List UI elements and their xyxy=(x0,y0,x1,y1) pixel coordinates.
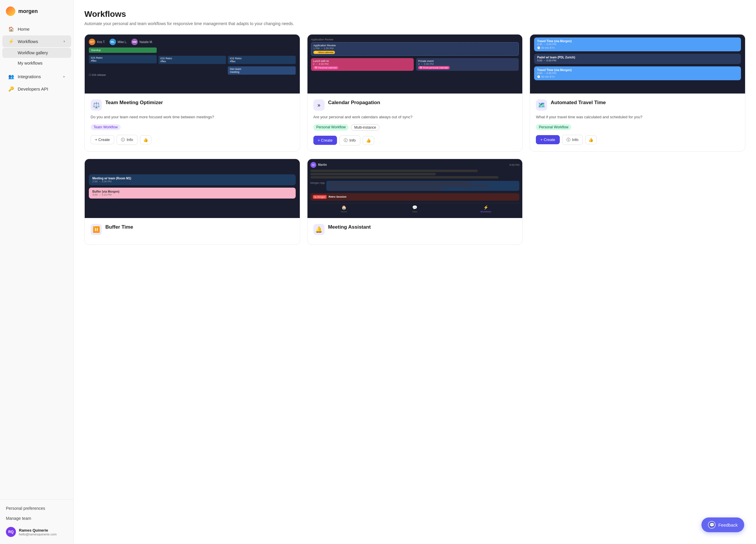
sidebar: morgen 🏠 Home ⚡ Workflows ▾ Workflow gal… xyxy=(0,0,74,544)
assist-nav-workflows[interactable]: ⚡ Workflows xyxy=(452,205,519,213)
assist-nav-home[interactable]: 🏠 Home xyxy=(310,205,378,213)
card-actions-travel: + Create ⓘ Info 👍 xyxy=(536,135,739,145)
card-icon-calendar: » xyxy=(313,99,325,111)
card-preview-assistant: M Martin 6:00 PM Morgen App by Morge xyxy=(307,159,523,218)
sidebar-item-integrations-label: Integrations xyxy=(18,74,41,79)
workflow-gallery-label: Workflow gallery xyxy=(18,50,48,55)
card-title-travel: Automated Travel Time xyxy=(551,99,606,106)
avatar: RQ xyxy=(6,527,16,537)
info-icon-travel: ⓘ xyxy=(567,137,570,142)
card-tags-calendar: Personal Workflow Multi-instance xyxy=(313,124,517,131)
card-preview-calendar: Application Review Application Review 1 … xyxy=(307,35,523,94)
card-body-assistant: 🔔 Meeting Assistant xyxy=(307,218,523,245)
cards-grid: KT Kris T. ML Mike L. NM Natalie M. Stan… xyxy=(84,34,745,245)
sidebar-bottom: Personal preferences Manage team RQ Rame… xyxy=(0,499,73,544)
card-desc-travel: What if your travel time was calculated … xyxy=(536,114,739,120)
info-icon: ⓘ xyxy=(121,137,125,142)
card-preview-travel: Travel Time (via Morgen) 4:30 → 5:00 PM … xyxy=(530,35,745,94)
feedback-label: Feedback xyxy=(718,522,738,527)
user-info: Rames Quinerie hello@ramesquinerie.com xyxy=(19,528,57,536)
card-actions-calendar: + Create ⓘ Info 👍 xyxy=(313,135,517,145)
card-icon-travel: 🗺️ xyxy=(536,99,547,111)
buffer-meeting-event: Meeting w/ team (Room M1) 2:00 → 3:00 PM xyxy=(89,174,296,185)
info-calendar-button[interactable]: ⓘ Info xyxy=(339,135,360,145)
my-workflows-label: My workflows xyxy=(18,61,42,65)
card-automated-travel: Travel Time (via Morgen) 4:30 → 5:00 PM … xyxy=(530,34,745,152)
card-tags-travel: Personal Workflow xyxy=(536,124,739,130)
card-body-travel: 🗺️ Automated Travel Time What if your tr… xyxy=(530,94,745,151)
feedback-bubble-icon: 💬 xyxy=(708,521,716,529)
card-icon-team-meeting: ⚖️ xyxy=(91,99,102,111)
create-calendar-button[interactable]: + Create xyxy=(313,136,337,145)
info-travel-button[interactable]: ⓘ Info xyxy=(562,135,583,145)
sidebar-item-workflow-gallery[interactable]: Workflow gallery xyxy=(2,48,71,58)
tag-personal-workflow-travel: Personal Workflow xyxy=(536,124,571,130)
card-preview-team-meeting: KT Kris T. ML Mike L. NM Natalie M. Stan… xyxy=(85,35,300,94)
sidebar-item-home-label: Home xyxy=(18,27,30,32)
user-email: hello@ramesquinerie.com xyxy=(19,532,57,536)
card-body-buffer: ⏸️ Buffer Time xyxy=(85,218,300,245)
info-icon-calendar: ⓘ xyxy=(344,138,348,143)
assist-retro-event: by Morgen Retro Session xyxy=(310,193,520,201)
buffer-buffer-event: Buffer (via Morgen) 3:00 → 3:15 PM xyxy=(89,188,296,199)
sidebar-item-workflows[interactable]: ⚡ Workflows ▾ xyxy=(2,35,71,47)
sidebar-item-home[interactable]: 🏠 Home xyxy=(2,23,71,35)
user-profile[interactable]: RQ Rames Quinerie hello@ramesquinerie.co… xyxy=(0,523,73,540)
tag-personal-workflow-calendar: Personal Workflow xyxy=(313,124,349,131)
feedback-team-meeting-button[interactable]: 👍 xyxy=(140,135,151,144)
create-team-meeting-button[interactable]: + Create xyxy=(91,135,114,144)
card-tags-team-meeting: Team Workflow xyxy=(91,124,294,130)
workflows-icon: ⚡ xyxy=(8,38,14,44)
card-icon-assistant: 🔔 xyxy=(313,224,325,235)
logo-icon xyxy=(6,6,15,16)
feedback-travel-button[interactable]: 👍 xyxy=(585,135,597,144)
card-preview-buffer: Meeting w/ team (Room M1) 2:00 → 3:00 PM… xyxy=(85,159,300,218)
integrations-icon: 👥 xyxy=(8,73,14,79)
card-title-buffer: Buffer Time xyxy=(105,224,133,230)
feedback-calendar-button[interactable]: 👍 xyxy=(363,136,374,145)
card-team-meeting-optimizer: KT Kris T. ML Mike L. NM Natalie M. Stan… xyxy=(84,34,300,152)
card-title-assistant: Meeting Assistant xyxy=(328,224,371,230)
sidebar-item-integrations[interactable]: 👥 Integrations ▸ xyxy=(2,71,71,82)
developers-api-icon: 🔑 xyxy=(8,86,14,92)
sidebar-nav: 🏠 Home ⚡ Workflows ▾ Workflow gallery My… xyxy=(0,21,73,499)
assist-avatar: M xyxy=(310,162,316,168)
workflows-arrow: ▾ xyxy=(63,40,65,43)
tag-multi-instance: Multi-instance xyxy=(351,124,379,131)
card-desc-calendar: Are your personal and work calendars alw… xyxy=(313,114,517,120)
info-team-meeting-button[interactable]: ⓘ Info xyxy=(117,135,138,145)
card-icon-buffer: ⏸️ xyxy=(91,224,102,235)
card-desc-team-meeting: Do you and your team need more focused w… xyxy=(91,114,294,120)
assist-nav-dms[interactable]: 💬 DMs xyxy=(381,205,449,213)
create-travel-button[interactable]: + Create xyxy=(536,135,559,144)
logo[interactable]: morgen xyxy=(0,0,73,21)
sidebar-item-workflows-label: Workflows xyxy=(18,39,38,44)
feedback-button[interactable]: 💬 Feedback xyxy=(701,517,744,532)
card-calendar-propagation: Application Review Application Review 1 … xyxy=(307,34,523,152)
page-subtitle: Automate your personal and team workflow… xyxy=(84,21,745,26)
logo-text: morgen xyxy=(18,8,38,14)
personal-preferences-link[interactable]: Personal preferences xyxy=(0,503,73,513)
card-title-team-meeting: Team Meeting Optimizer xyxy=(105,99,163,106)
sidebar-item-developers-api-label: Developers API xyxy=(18,86,48,91)
travel-card-1: Travel Time (via Morgen) 4:30 → 5:00 PM … xyxy=(534,37,741,51)
card-actions-team-meeting: + Create ⓘ Info 👍 xyxy=(91,135,294,145)
travel-card-2: Padel w/ team (PDL Zurich) 5:00 → 6:00 P… xyxy=(534,54,741,64)
card-body-team-meeting: ⚖️ Team Meeting Optimizer Do you and you… xyxy=(85,94,300,151)
card-body-calendar: » Calendar Propagation Are your personal… xyxy=(307,94,523,151)
sidebar-item-developers-api[interactable]: 🔑 Developers API xyxy=(2,83,71,95)
user-name: Rames Quinerie xyxy=(19,528,57,532)
integrations-arrow: ▸ xyxy=(63,75,65,78)
card-buffer-time: Meeting w/ team (Room M1) 2:00 → 3:00 PM… xyxy=(84,159,300,245)
card-meeting-assistant: M Martin 6:00 PM Morgen App by Morge xyxy=(307,159,523,245)
home-icon: 🏠 xyxy=(8,26,14,32)
travel-card-3: Travel Time (via Morgen) 6:00 → 6:30 PM … xyxy=(534,66,741,80)
manage-team-link[interactable]: Manage team xyxy=(0,513,73,523)
main-content: Workflows Automate your personal and tea… xyxy=(74,0,756,544)
card-title-calendar: Calendar Propagation xyxy=(328,99,380,106)
tag-team-workflow: Team Workflow xyxy=(91,124,121,130)
page-title: Workflows xyxy=(84,9,745,19)
sidebar-item-my-workflows[interactable]: My workflows xyxy=(2,58,71,68)
